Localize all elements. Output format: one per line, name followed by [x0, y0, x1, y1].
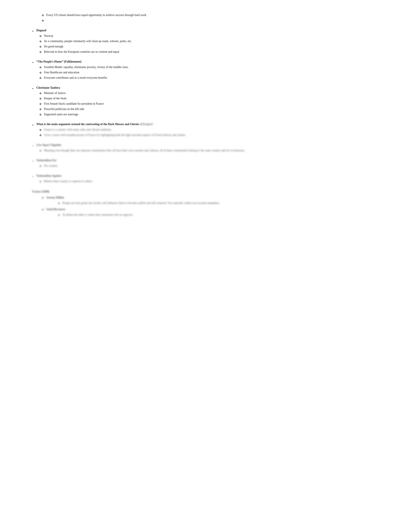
item-label-dark-masses: What is the main argument around the con… [37, 122, 392, 127]
list-item: o Keeper of the Seals [37, 96, 392, 101]
sub-item-text: Keeper of the Seals [44, 96, 66, 101]
sub-item-text: Pro country. [44, 164, 58, 168]
sub-bullet-icon: o [40, 96, 41, 101]
footer-section-label: France (1848) [32, 189, 49, 194]
list-item: o France is a country with many sides an… [37, 127, 392, 132]
sub-item-text: Swedish Model: equality, eliminates pove… [44, 65, 129, 69]
item-label-christiane-taubira: Christiane Taubira [37, 86, 392, 90]
sub-item-text: As a community, people voluntarily will … [44, 39, 132, 44]
sub-item-text: Norway [44, 34, 53, 38]
item-content-peoples-home: “The People’s Home” (Folkhemmet) o Swedi… [37, 59, 392, 81]
sub-item-text: First female black candidate for preside… [44, 102, 104, 106]
item-content-nationalism-against: Nationalism Against o Believe their coun… [37, 173, 392, 184]
list-item: o Relevant to how the European countries… [37, 50, 392, 54]
list-item: o Supported same sex marriage [37, 112, 392, 117]
peoples-home-sub-list: o Swedish Model: equality, eliminates po… [37, 65, 392, 80]
sub-bullet-icon: o [40, 65, 41, 70]
sub-item-text: Do good enough [44, 44, 63, 49]
item-label-nationalism-for: Nationalism For [37, 158, 392, 163]
sub-bullet-icon: o [40, 179, 41, 184]
live-apart-sub-list: o Meaning even though there are separate… [37, 148, 392, 153]
sub-item-text: Free Healthcare and education [44, 70, 79, 75]
bullet-icon: • [32, 143, 34, 149]
footer-glad-label: Glad Discourse [46, 207, 65, 212]
footer-jeremy-text: People are born good, but society will i… [62, 201, 220, 205]
list-item: o Norway [37, 34, 392, 38]
item-label-peoples-home: “The People’s Home” (Folkhemmet) [37, 59, 392, 64]
sub-bullet-icon: o [40, 39, 41, 44]
sub-item-text: Minister of Justice [44, 91, 65, 95]
sub-bullet-icon: o [40, 112, 41, 117]
list-item: o Everyone contributes and as a result e… [37, 76, 392, 80]
dark-masses-label-text: What is the main argument around the con… [37, 123, 139, 126]
bullet-icon: • [32, 60, 34, 65]
list-item: o Every US citizen should have equal opp… [32, 13, 392, 18]
bullet-item-nationalism-against: • Nationalism Against o Believe their co… [32, 173, 392, 184]
bullet-item-live-apart-together: • Live Apart Together o Meaning even tho… [32, 143, 392, 154]
christiane-taubira-sub-list: o Minister of Justice o Keeper of the Se… [37, 91, 392, 117]
item-content-nationalism-for: Nationalism For o Pro country. [37, 158, 392, 169]
item-content-live-apart-together: Live Apart Together o Meaning even thoug… [37, 143, 392, 154]
sub-bullet-icon: o [40, 102, 41, 106]
bullet-item-dark-masses: • What is the main argument around the c… [32, 122, 392, 138]
list-item: o [32, 18, 392, 23]
bullet-item-christiane-taubira: • Christiane Taubira o Minister of Justi… [32, 86, 392, 117]
footer-glad-text: To define the other is where they experi… [62, 213, 133, 217]
bullet-item-peoples-home: • “The People’s Home” (Folkhemmet) o Swe… [32, 59, 392, 81]
item-content-christiane-taubira: Christiane Taubira o Minister of Justice… [37, 86, 392, 117]
sub-item-text: Powerful politician on the left side [44, 107, 84, 111]
list-item: o As a community, people voluntarily wil… [37, 39, 392, 44]
sub-bullet-icon: o [40, 34, 41, 38]
item-content-dugnad: Dugnad o Norway o As a community, people… [37, 28, 392, 55]
sub-bullet-icon: o [40, 164, 41, 168]
item-label-nationalism-against: Nationalism Against [37, 173, 392, 178]
sub-item-text: Supported same sex marriage [44, 112, 78, 117]
sub-bullet-icon: o [40, 133, 41, 138]
list-item: o Believe their country is superior to o… [37, 179, 392, 184]
bullet-icon: • [32, 86, 34, 91]
sub-bullet-icon: o [40, 127, 41, 132]
list-item: o Powerful politician on the left side [37, 107, 392, 112]
bullet-icon: • [32, 174, 34, 180]
bullet-icon: • [32, 158, 34, 164]
list-item: o Gives a more well-rounded picture of F… [37, 133, 392, 138]
sub-bullet-icon: o [40, 76, 41, 80]
list-item: o Meaning even though there are separate… [37, 148, 392, 153]
top-continuation-list: o Every US citizen should have equal opp… [32, 13, 392, 23]
sub-bullet-icon: o [40, 91, 41, 95]
footer-label: France (1848) [32, 189, 392, 194]
list-item: o Do good enough [37, 44, 392, 49]
list-item: o Swedish Model: equality, eliminates po… [37, 65, 392, 70]
sub-bullet-icon: o [58, 213, 60, 217]
sub-bullet-icon: o [42, 195, 44, 200]
footer-section: France (1848) o Jeremy Rifkin o People a… [32, 189, 392, 217]
sub-bullet-icon: o [42, 13, 44, 18]
sub-item-text: Meaning even though there are separate c… [44, 148, 245, 153]
main-bullet-list: • Dugnad o Norway o As a community, peop… [32, 28, 392, 184]
nationalism-against-sub-list: o Believe their country is superior to o… [37, 179, 392, 184]
sub-bullet-icon: o [40, 107, 41, 112]
item-content-dark-masses: What is the main argument around the con… [37, 122, 392, 138]
sub-item-text: France is a country with many sides and … [44, 127, 112, 132]
sub-item-text: Relevant to how the European countries a… [44, 50, 119, 54]
list-item: o Pro country. [37, 164, 392, 168]
list-item: o First female black candidate for presi… [37, 102, 392, 106]
footer-glad-discourse: o Glad Discourse o To define the other i… [32, 207, 392, 217]
sub-item-text: Believe their country is superior to oth… [44, 179, 93, 184]
footer-jeremy-rifkin: o Jeremy Rifkin o People are born good, … [32, 195, 392, 206]
dark-masses-label-blurred: of France? [140, 123, 153, 126]
sub-bullet-icon: o [42, 18, 44, 23]
bullet-icon: • [32, 122, 34, 128]
sub-item-text [46, 18, 47, 23]
nationalism-for-sub-list: o Pro country. [37, 164, 392, 168]
sub-bullet-icon: o [58, 201, 60, 206]
sub-bullet-icon: o [42, 207, 44, 212]
item-label-live-apart-together: Live Apart Together [37, 143, 392, 147]
item-label-dugnad: Dugnad [37, 28, 392, 33]
sub-bullet-icon: o [40, 50, 41, 54]
dark-masses-sub-list: o France is a country with many sides an… [37, 127, 392, 138]
dugnad-sub-list: o Norway o As a community, people volunt… [37, 34, 392, 54]
bullet-item-nationalism-for: • Nationalism For o Pro country. [32, 158, 392, 169]
list-item: o Free Healthcare and education [37, 70, 392, 75]
footer-jeremy-label: Jeremy Rifkin [46, 195, 64, 200]
